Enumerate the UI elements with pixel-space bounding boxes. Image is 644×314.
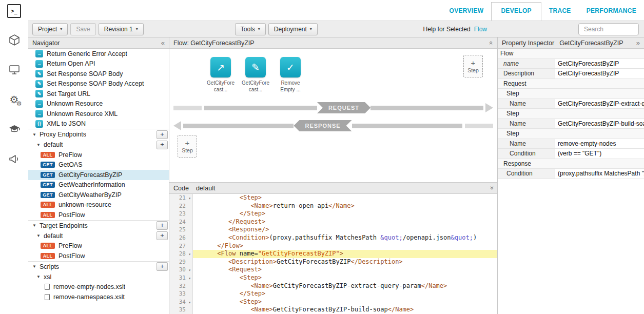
announcements-icon[interactable] (7, 151, 22, 167)
navigator-flow-preflow[interactable]: ALLPreFlow (28, 241, 169, 251)
inspector-rows: FlownameGetCityForecastByZIPDescriptionG… (498, 49, 644, 179)
line-number[interactable]: 26 (169, 234, 193, 242)
line-number[interactable]: 22 (169, 202, 193, 210)
field-value[interactable]: remove-empty-nodes (555, 139, 644, 149)
add-button[interactable]: + (157, 221, 168, 230)
line-number[interactable]: 25 (169, 226, 193, 234)
navigator-flow-postflow[interactable]: ALLPostFlow (28, 251, 169, 261)
flow-label: PreFlow (58, 151, 82, 159)
navigator-flow-getcityweatherbyzip[interactable]: GETGetCityWeatherByZIP (28, 190, 169, 200)
navigator-policy-set-response-soap-body-accept[interactable]: ✎Set Response SOAP Body Accept (28, 79, 169, 89)
field-value[interactable]: GetCityForecastByZIP (555, 59, 644, 69)
navigator-file-remove-namespaces-xslt[interactable]: remove-namespaces.xslt (28, 292, 169, 302)
flow-policy-0[interactable]: ↗GetCityForecast... (206, 57, 235, 93)
navigator-flow-getweatherinformation[interactable]: GETGetWeatherInformation (28, 180, 169, 190)
collapse-right-icon[interactable]: » (636, 39, 640, 47)
inspector-field-condition-12: Condition(proxy.pathsuffix MatchesPath "… (498, 169, 644, 179)
flow-policy-1[interactable]: ✎GetCityForecast... (241, 57, 270, 93)
add-step-request-button[interactable]: + Step (463, 55, 483, 77)
navigator-policy-unknown-resource[interactable]: →Unknown Resource (28, 99, 169, 109)
line-number[interactable]: 23 (169, 210, 193, 218)
tab-develop[interactable]: DEVELOP (491, 2, 541, 21)
code-lines[interactable]: 21▾ <Step>22 <Name>return-open-api</Name… (169, 194, 497, 314)
add-button[interactable]: + (157, 262, 168, 271)
tab-trace[interactable]: TRACE (541, 3, 579, 21)
help-flow-link[interactable]: Flow (474, 26, 487, 33)
save-button[interactable]: Save (70, 23, 95, 35)
line-number[interactable]: 31▾ (169, 274, 193, 282)
fold-caret-icon[interactable]: ▾ (188, 194, 191, 203)
devices-icon[interactable] (7, 62, 22, 77)
package-icon[interactable] (7, 32, 22, 48)
collapse-left-icon[interactable]: « (161, 39, 165, 47)
tools-button-label: Tools (241, 26, 255, 33)
navigator-section-scripts[interactable]: ▼Scripts+ (28, 261, 169, 272)
flow-title: Flow: GetCityForecastByZIP (173, 40, 255, 47)
fold-caret-icon[interactable]: ▾ (188, 266, 191, 274)
code-text: <Request> (193, 266, 497, 274)
line-number[interactable]: 33 (169, 290, 193, 298)
field-value[interactable]: GetCityForecastByZIP-build-soap (555, 119, 644, 129)
code-text: </Request> (193, 218, 497, 226)
tools-button[interactable]: Tools▾ (235, 23, 266, 35)
expand-down-icon[interactable]: « (487, 186, 495, 190)
request-label: REQUEST (317, 102, 370, 113)
settings-gears-icon[interactable]: ⚙⚙ (7, 92, 22, 107)
navigator-policy-return-generic-error-accept[interactable]: →Return Generic Error Accept (28, 49, 169, 59)
add-step-response-button[interactable]: + Step (178, 135, 197, 158)
field-value[interactable]: GetCityForecastByZIP (555, 69, 644, 78)
add-button[interactable]: + (157, 141, 168, 149)
navigator-flow-unknown-resource[interactable]: ALLunknown-resource (28, 200, 169, 210)
code-header: Code default « (169, 183, 497, 194)
collapse-up-icon[interactable]: « (487, 41, 495, 45)
add-button[interactable]: + (157, 231, 168, 240)
line-number[interactable]: 30▾ (169, 266, 193, 274)
fold-caret-icon[interactable]: ▾ (188, 250, 191, 259)
navigator-policy-set-response-soap-body[interactable]: ✎Set Response SOAP Body (28, 69, 169, 79)
fold-caret-icon[interactable]: ▾ (188, 299, 191, 307)
tab-performance[interactable]: PERFORMANCE (579, 3, 644, 21)
field-value[interactable]: (proxy.pathsuffix MatchesPath "/c (555, 169, 644, 179)
navigator-section-proxy-endpoints[interactable]: ▼Proxy Endpoints+ (28, 129, 169, 140)
navigator-file-remove-empty-nodes-xslt[interactable]: remove-empty-nodes.xslt (28, 282, 169, 292)
field-value[interactable]: GetCityForecastByZIP-extract-query-param (555, 99, 644, 109)
line-number[interactable]: 34▾ (169, 298, 193, 306)
navigator-policy-unknown-resource-xml[interactable]: →Unknown Resource XML (28, 109, 169, 119)
navigator-flow-preflow[interactable]: ALLPreFlow (28, 150, 169, 160)
navigator-policy-return-open-api[interactable]: →Return Open API (28, 59, 169, 69)
learn-icon[interactable] (7, 122, 22, 137)
terminal-icon[interactable]: >_ (7, 4, 21, 18)
navigator-group-default[interactable]: ▼default+ (28, 231, 169, 241)
add-button[interactable]: + (157, 130, 168, 139)
tab-overview[interactable]: OVERVIEW (442, 3, 492, 21)
flow-policy-2[interactable]: ✓Remove Empty ... (276, 57, 305, 93)
line-number[interactable]: 35 (169, 306, 193, 314)
deployment-button[interactable]: Deployment▾ (268, 23, 318, 35)
fold-caret-icon[interactable]: ▾ (188, 274, 191, 283)
revision-button[interactable]: Revision 1▾ (99, 23, 144, 35)
field-label: Name (498, 119, 555, 129)
line-number[interactable]: 29 (169, 258, 193, 266)
navigator-flow-getcityforecastbyzip[interactable]: GETGetCityForecastByZIP (28, 170, 169, 180)
line-number[interactable]: 27 (169, 242, 193, 250)
field-value[interactable]: (verb == "GET") (555, 149, 644, 159)
code-text: <Step> (193, 274, 497, 282)
code-line-26: 26 <Condition>(proxy.pathsuffix MatchesP… (169, 234, 497, 242)
navigator-section-target-endpoints[interactable]: ▼Target Endpoints+ (28, 220, 169, 231)
navigator-policy-xml-to-json[interactable]: {}XML to JSON (28, 119, 169, 129)
line-number[interactable]: 21▾ (169, 194, 193, 202)
navigator-group-default[interactable]: ▼default+ (28, 140, 169, 150)
navigator-policy-set-target-url[interactable]: ✎Set Target URL (28, 89, 169, 99)
policy-label: Unknown Resource (47, 100, 103, 107)
code-text: <Condition>(proxy.pathsuffix MatchesPath… (193, 234, 497, 242)
line-number[interactable]: 24 (169, 218, 193, 226)
file-label: remove-empty-nodes.xslt (53, 283, 125, 290)
project-button[interactable]: Project▾ (32, 23, 68, 35)
line-number[interactable]: 32 (169, 282, 193, 290)
inspector-section-step-6: Step (498, 109, 644, 119)
navigator-group-xsl[interactable]: ▼xsl (28, 272, 169, 282)
navigator-flow-postflow[interactable]: ALLPostFlow (28, 210, 169, 220)
line-number[interactable]: 28▾ (169, 250, 193, 258)
search-input[interactable] (578, 23, 639, 35)
navigator-flow-getoas[interactable]: GETGetOAS (28, 160, 169, 170)
